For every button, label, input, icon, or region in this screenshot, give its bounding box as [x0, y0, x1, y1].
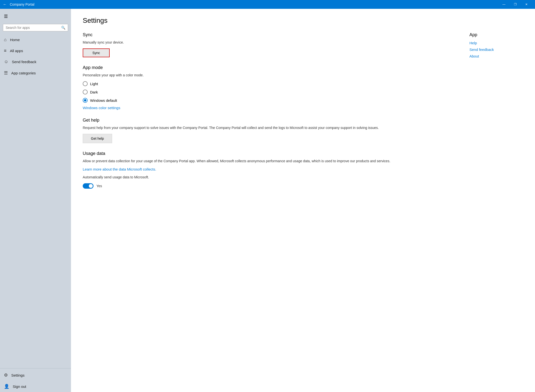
- app-mode-description: Personalize your app with a color mode.: [83, 73, 458, 78]
- home-icon: ⌂: [4, 37, 7, 42]
- radio-dark[interactable]: Dark: [83, 90, 458, 94]
- app-about-link[interactable]: About: [469, 54, 523, 58]
- get-help-description: Request help from your company support t…: [83, 125, 458, 130]
- back-button[interactable]: ←: [3, 2, 7, 7]
- sidebar-item-all-apps-label: All apps: [10, 49, 23, 53]
- content-right: App Help Send feedback About: [469, 32, 523, 196]
- get-help-section: Get help Request help from your company …: [83, 118, 458, 143]
- radio-circle-windows-default: [83, 98, 88, 103]
- get-help-button[interactable]: Get help: [83, 134, 112, 143]
- radio-windows-default-label: Windows default: [90, 98, 117, 103]
- hamburger-button[interactable]: ☰: [0, 11, 71, 22]
- sidebar-item-sign-out[interactable]: 👤 Sign out: [0, 381, 71, 392]
- app-mode-section: App mode Personalize your app with a col…: [83, 65, 458, 110]
- content-grid: Sync Manually sync your device. Sync App…: [83, 32, 523, 196]
- usage-data-toggle-row: Yes: [83, 183, 458, 189]
- toggle-value-label: Yes: [96, 184, 102, 188]
- sync-title: Sync: [83, 32, 458, 37]
- app-mode-title: App mode: [83, 65, 458, 70]
- sidebar-item-sign-out-label: Sign out: [13, 384, 26, 389]
- sidebar-item-send-feedback[interactable]: ☺ Send feedback: [0, 56, 71, 67]
- radio-circle-dark: [83, 90, 88, 94]
- sidebar-item-home[interactable]: ⌂ Home: [0, 34, 71, 45]
- color-mode-radio-group: Light Dark Windows default: [83, 81, 458, 103]
- window-controls: — ❐ ✕: [498, 0, 532, 9]
- sidebar-item-all-apps[interactable]: ≡ All apps: [0, 45, 71, 56]
- usage-data-section: Usage data Allow or prevent data collect…: [83, 151, 458, 189]
- usage-data-title: Usage data: [83, 151, 458, 156]
- search-icon[interactable]: 🔍: [61, 26, 65, 30]
- app-title: Company Portal: [10, 2, 498, 6]
- sidebar-item-app-categories-label: App categories: [11, 71, 36, 75]
- settings-icon: ⚙: [4, 372, 8, 378]
- search-input[interactable]: [6, 26, 61, 30]
- list-icon: ≡: [4, 48, 7, 53]
- app-section-title: App: [469, 32, 523, 37]
- app-links: Help Send feedback About: [469, 41, 523, 58]
- radio-windows-default[interactable]: Windows default: [83, 98, 458, 103]
- maximize-button[interactable]: ❐: [510, 0, 521, 9]
- sync-description: Manually sync your device.: [83, 40, 458, 45]
- radio-dark-label: Dark: [90, 90, 98, 94]
- windows-color-settings-link[interactable]: Windows color settings: [83, 106, 120, 110]
- main-content: Settings Sync Manually sync your device.…: [71, 9, 535, 392]
- sidebar: ☰ 🔍 ⌂ Home ≡ All apps ☺ Send feedback ☰ …: [0, 9, 71, 392]
- sync-section: Sync Manually sync your device. Sync: [83, 32, 458, 57]
- minimize-button[interactable]: —: [498, 0, 510, 9]
- get-help-title: Get help: [83, 118, 458, 123]
- app-help-link[interactable]: Help: [469, 41, 523, 45]
- usage-data-description: Allow or prevent data collection for you…: [83, 159, 458, 164]
- radio-circle-light: [83, 81, 88, 86]
- close-button[interactable]: ✕: [521, 0, 532, 9]
- radio-light[interactable]: Light: [83, 81, 458, 86]
- page-title: Settings: [83, 17, 523, 24]
- app-layout: ☰ 🔍 ⌂ Home ≡ All apps ☺ Send feedback ☰ …: [0, 9, 535, 392]
- search-box: 🔍: [3, 24, 68, 31]
- content-left: Sync Manually sync your device. Sync App…: [83, 32, 458, 196]
- sidebar-item-settings-label: Settings: [11, 373, 24, 377]
- sidebar-item-app-categories[interactable]: ☰ App categories: [0, 67, 71, 79]
- user-icon: 👤: [4, 384, 9, 389]
- sync-button[interactable]: Sync: [83, 48, 110, 57]
- usage-data-toggle[interactable]: [83, 183, 93, 189]
- radio-light-label: Light: [90, 82, 98, 86]
- sidebar-item-settings[interactable]: ⚙ Settings: [0, 369, 71, 381]
- feedback-icon: ☺: [4, 59, 8, 64]
- app-send-feedback-link[interactable]: Send feedback: [469, 47, 523, 52]
- auto-send-label: Automatically send usage data to Microso…: [83, 175, 458, 180]
- titlebar: ← Company Portal — ❐ ✕: [0, 0, 535, 9]
- sidebar-bottom: ⚙ Settings 👤 Sign out: [0, 368, 71, 392]
- categories-icon: ☰: [4, 70, 8, 76]
- sidebar-item-send-feedback-label: Send feedback: [12, 60, 36, 64]
- usage-data-learn-more-link[interactable]: Learn more about the data Microsoft coll…: [83, 167, 156, 171]
- sidebar-item-home-label: Home: [10, 38, 20, 42]
